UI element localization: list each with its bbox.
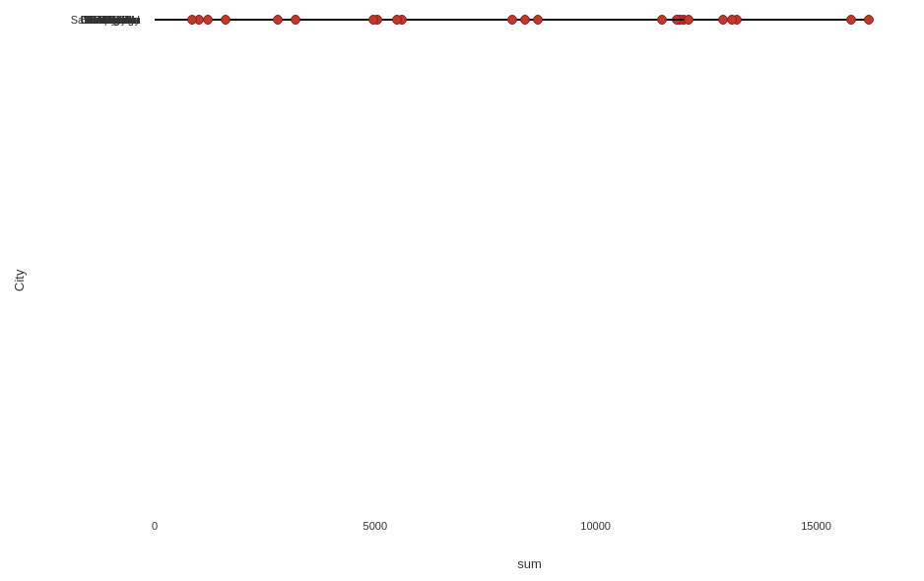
x-axis-title: sum	[155, 556, 904, 571]
x-tick-label: 5000	[363, 520, 387, 532]
lollipop-dot	[291, 15, 300, 25]
x-tick-label: 0	[152, 520, 158, 532]
lollipop-dot	[846, 15, 856, 25]
lollipop-dot	[718, 15, 728, 25]
lollipop-dot	[533, 15, 543, 25]
lollipop-dot	[727, 15, 737, 25]
x-tick-label: 15000	[801, 520, 831, 532]
y-axis-label: City	[10, 10, 27, 571]
lollipop-dot	[221, 15, 231, 25]
lollipop-dot	[392, 15, 402, 25]
lollipop-dot	[368, 15, 378, 25]
lollipop-dot	[864, 15, 874, 25]
x-tick-label: 10000	[580, 520, 611, 532]
chart-inner: SalemTacomaLos AngelesSeattlePortlandSan…	[27, 10, 914, 571]
chart-area: City SalemTacomaLos AngelesSeattlePortla…	[10, 10, 914, 571]
lollipop-dot	[187, 15, 197, 25]
lollipop-dot	[520, 15, 530, 25]
lollipop-dot	[273, 15, 283, 25]
lollipop-dot	[657, 15, 667, 25]
lollipop-dot	[684, 15, 693, 25]
lollipop-dot	[507, 15, 517, 25]
chart-container: City SalemTacomaLos AngelesSeattlePortla…	[0, 0, 924, 581]
lollipop-dot	[203, 15, 213, 25]
x-axis-area: 050001000015000	[155, 515, 904, 554]
y-labels: SalemTacomaLos AngelesSeattlePortlandSan…	[27, 20, 150, 510]
